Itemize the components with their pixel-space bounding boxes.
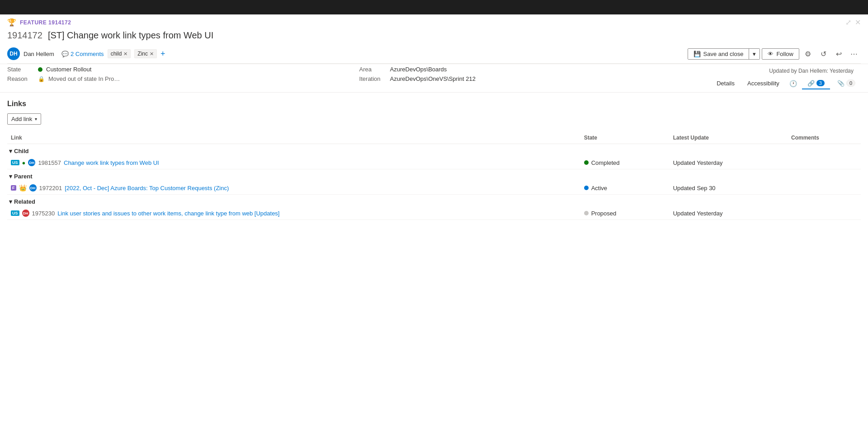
toolbar-right: 💾 Save and close ▾ 👁 Follow ⚙ ↺ ↩ — [688, 47, 861, 61]
attachments-badge: 0 — [846, 79, 855, 87]
save-dropdown-arrow[interactable]: ▾ — [749, 49, 760, 59]
tag-suggestion: child ✕ — [108, 49, 131, 58]
links-table: Link State Latest Update Comments ▾ Chil… — [7, 132, 861, 220]
col-state: State — [580, 132, 670, 144]
history-button[interactable]: 🕐 — [787, 77, 800, 90]
window-controls: ⤢ ✕ — [845, 18, 861, 27]
follow-label: Follow — [776, 51, 793, 57]
settings-button[interactable]: ⚙ — [801, 47, 815, 61]
add-tag-button[interactable]: + — [160, 50, 165, 58]
crown-icon: 👑 — [19, 184, 27, 191]
link-title[interactable]: Link user stories and issues to other wo… — [57, 210, 279, 217]
link-title[interactable]: Change work link types from Web UI — [64, 159, 159, 166]
work-item-type-icon: US — [11, 160, 19, 165]
link-cell-2: F 👑 DH 1972201 [2022, Oct - Dec] Azure B… — [7, 182, 580, 195]
group-related-label: Related — [14, 198, 35, 205]
group-parent-toggle[interactable]: ▾ Parent — [9, 173, 857, 180]
close-button[interactable]: ✕ — [855, 18, 861, 27]
link-id: 1975230 — [32, 210, 55, 217]
update-cell-1: Updated Yesterday — [670, 156, 788, 169]
trophy-icon: 🏆 — [7, 18, 16, 27]
state-label: State — [7, 66, 34, 73]
tag-label: child — [111, 51, 122, 57]
follow-button[interactable]: 👁 Follow — [762, 48, 799, 60]
state-field: State Customer Rollout — [7, 66, 359, 73]
work-item-title[interactable]: [ST] Change work link types from Web UI — [48, 30, 213, 41]
tab-links[interactable]: 🔗 3 — [802, 78, 830, 89]
state-cell-2: Active — [580, 182, 670, 195]
reason-value: Moved out of state In Pro… — [48, 75, 120, 82]
expand-button[interactable]: ⤢ — [845, 18, 851, 27]
table-row: US DH 1975230 Link user stories and issu… — [7, 207, 861, 220]
updated-text: Updated by Dan Hellem: Yesterday — [769, 66, 861, 74]
group-related-toggle[interactable]: ▾ Related — [9, 198, 857, 205]
group-parent-label: Parent — [14, 173, 32, 180]
group-related: ▾ Related — [7, 195, 861, 207]
save-button[interactable]: 💾 Save and close ▾ — [688, 48, 760, 60]
tag-zinc: Zinc ✕ — [134, 49, 157, 58]
gear-icon: ⚙ — [805, 50, 811, 58]
assignee-avatar: DH — [22, 210, 29, 217]
comment-count: 2 Comments — [71, 51, 104, 57]
title-row: 1914172 [ST] Change work link types from… — [7, 28, 861, 44]
save-icon: 💾 — [693, 51, 701, 57]
iteration-label: Iteration — [359, 75, 387, 82]
col-link: Link — [7, 132, 580, 144]
group-child-toggle[interactable]: ▾ Child — [9, 148, 857, 154]
feature-id-label: FEATURE 1914172 — [20, 19, 71, 26]
col-comments: Comments — [788, 132, 861, 144]
feature-id-row: 🏆 FEATURE 1914172 ⤢ ✕ — [7, 18, 861, 27]
group-child-label: Child — [14, 148, 29, 154]
work-item-type-icon: F — [11, 185, 16, 191]
link-cell-1: US ● DH 1981557 Change work link types f… — [7, 156, 580, 169]
tag-remove-zinc[interactable]: ✕ — [150, 51, 154, 57]
eye-icon: 👁 — [768, 51, 774, 57]
group-parent: ▾ Parent — [7, 169, 861, 182]
undo-button[interactable]: ↩ — [832, 47, 845, 61]
add-link-button[interactable]: Add link ▾ — [7, 113, 41, 125]
state-cell-1: Completed — [580, 156, 670, 169]
tab-accessibility[interactable]: Accessibility — [742, 78, 785, 89]
links-badge: 3 — [816, 80, 825, 86]
links-section-title: Links — [7, 100, 861, 108]
state-dot-proposed — [584, 211, 589, 215]
feature-header: 🏆 FEATURE 1914172 ⤢ ✕ 1914172 [ST] Chang… — [0, 14, 868, 64]
tag-remove-suggestion[interactable]: ✕ — [123, 51, 127, 57]
reason-field: Reason 🔒 Moved out of state In Pro… — [7, 75, 359, 82]
main-content: Links Add link ▾ Link State Latest Updat… — [0, 93, 868, 227]
save-label: Save and close — [703, 51, 744, 57]
tag-zinc-label: Zinc — [137, 51, 148, 57]
work-item-type-icon: US — [11, 210, 19, 216]
chevron-down-icon: ▾ — [753, 51, 756, 57]
update-cell-3: Updated Yesterday — [670, 207, 788, 220]
refresh-button[interactable]: ↺ — [816, 47, 830, 61]
tab-details[interactable]: Details — [711, 78, 740, 89]
metadata-fields-right: Area AzureDevOps\Boards Iteration AzureD… — [359, 66, 712, 82]
metadata-fields: State Customer Rollout Reason 🔒 Moved ou… — [7, 66, 359, 82]
area-value[interactable]: AzureDevOps\Boards — [390, 66, 447, 73]
comments-cell-2 — [788, 182, 861, 195]
iteration-value[interactable]: AzureDevOps\OneVS\Sprint 212 — [390, 75, 476, 82]
more-icon: ⋯ — [850, 50, 858, 58]
tab-attachments[interactable]: 📎 0 — [832, 78, 861, 89]
undo-icon: ↩ — [836, 50, 842, 58]
links-table-header: Link State Latest Update Comments — [7, 132, 861, 144]
comments-button[interactable]: 💬 2 Comments — [61, 51, 104, 57]
table-row: US ● DH 1981557 Change work link types f… — [7, 156, 861, 169]
top-bar — [0, 0, 868, 14]
avatar: DH — [7, 47, 20, 60]
link-id: 1972201 — [39, 185, 62, 191]
assignee-avatar: DH — [28, 159, 35, 166]
collapse-icon: ▾ — [9, 173, 12, 180]
col-latest-update: Latest Update — [670, 132, 788, 144]
link-title[interactable]: [2022, Oct - Dec] Azure Boards: Top Cust… — [65, 185, 229, 191]
area-field: Area AzureDevOps\Boards — [359, 66, 712, 73]
collapse-icon: ▾ — [9, 198, 12, 205]
links-table-body: ▾ Child US ● DH 1981557 Change work link… — [7, 144, 861, 220]
save-main[interactable]: 💾 Save and close — [688, 49, 750, 59]
state-value[interactable]: Customer Rollout — [46, 66, 91, 73]
more-button[interactable]: ⋯ — [847, 47, 861, 61]
state-dot-completed — [584, 160, 589, 165]
assignee-avatar: DH — [29, 184, 37, 191]
status-check-icon: ● — [22, 159, 26, 166]
